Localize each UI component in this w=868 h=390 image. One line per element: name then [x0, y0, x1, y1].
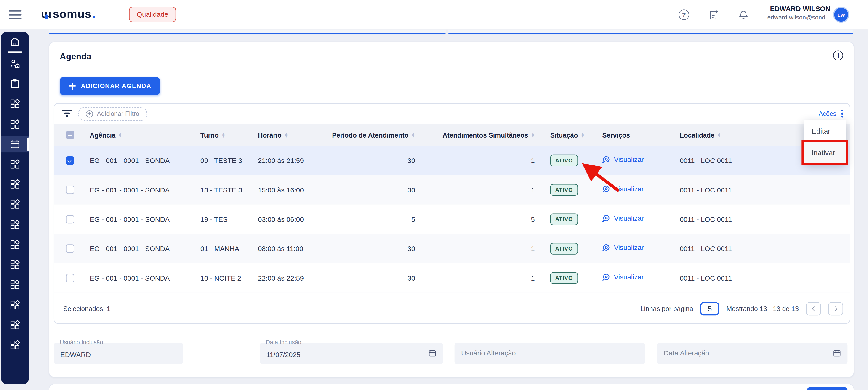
- column-header-turno[interactable]: Turno: [196, 131, 253, 139]
- calendar-icon[interactable]: [428, 349, 437, 358]
- actions-menu-trigger[interactable]: Ações: [818, 110, 843, 118]
- sidebar-item-modules[interactable]: [1, 196, 29, 213]
- data-alteracao-field[interactable]: Data Alteração: [657, 343, 847, 364]
- sidebar-item-modules[interactable]: [1, 236, 29, 253]
- sidebar-item-calendar-active[interactable]: [1, 136, 29, 152]
- sidebar-item-modules[interactable]: [1, 176, 29, 193]
- status-badge: ATIVO: [550, 155, 578, 166]
- cell-agencia: EG - 001 - 0001 - SONDA: [85, 245, 196, 252]
- next-page-button[interactable]: [828, 302, 843, 315]
- filter-row: Adicionar Filtro Ações: [54, 104, 850, 123]
- logo-text: somus: [53, 7, 92, 20]
- visualizar-link[interactable]: Visualizar: [596, 155, 644, 164]
- cell-simultaneos: 1: [420, 274, 539, 282]
- row-checkbox[interactable]: [66, 186, 74, 194]
- info-icon[interactable]: i: [833, 50, 843, 60]
- row-checkbox[interactable]: [66, 215, 74, 223]
- cell-turno: 01 - MANHA: [196, 245, 253, 252]
- column-header-periodo[interactable]: Período de Atendimento: [321, 131, 420, 139]
- sidebar-item-person-home[interactable]: [1, 55, 29, 72]
- modules-icon: [9, 118, 20, 130]
- sidebar-item-modules[interactable]: [1, 116, 29, 133]
- rows-per-page-label: Linhas por página: [640, 305, 693, 313]
- hamburger-menu-icon[interactable]: [9, 10, 22, 20]
- app-logo: ɯsomus.: [41, 7, 96, 20]
- sidebar-item-modules[interactable]: [1, 95, 29, 112]
- zoom-view-icon: [601, 243, 611, 252]
- modules-icon: [9, 319, 20, 330]
- sidebar-item-clipboard[interactable]: [1, 75, 29, 92]
- sidebar-item-modules[interactable]: [1, 297, 29, 313]
- adicionar-agenda-button[interactable]: ADICIONAR AGENDA: [60, 77, 160, 95]
- sidebar-item-modules[interactable]: [1, 336, 29, 353]
- sidebar-item-home[interactable]: [1, 33, 29, 50]
- plus-icon: [68, 82, 76, 89]
- sidebar-item-modules[interactable]: [1, 276, 29, 293]
- column-header-servicos: Serviços: [591, 131, 669, 139]
- usuario-inclusao-field[interactable]: Usuário Inclusão EDWARD: [54, 343, 183, 364]
- filter-icon[interactable]: [62, 110, 71, 118]
- zoom-view-icon: [601, 184, 611, 194]
- help-icon[interactable]: ?: [679, 9, 689, 20]
- modules-icon: [9, 159, 20, 170]
- user-block[interactable]: EDWARD WILSON edward.wilson@sond...: [767, 5, 830, 21]
- calendar-icon: [9, 139, 20, 150]
- visualizar-link[interactable]: Visualizar: [596, 243, 644, 252]
- note-add-icon[interactable]: [708, 9, 719, 20]
- sidebar-item-modules[interactable]: [1, 216, 29, 233]
- cell-agencia: EG - 001 - 0001 - SONDA: [85, 186, 196, 194]
- column-header-simultaneos[interactable]: Atendimentos Simultâneos: [420, 131, 539, 139]
- cell-horario: 08:00 às 11:00: [253, 245, 321, 252]
- rows-per-page-select[interactable]: 5: [701, 302, 719, 315]
- actions-label[interactable]: Ações: [818, 110, 836, 117]
- cell-horario: 22:00 às 22:59: [253, 274, 321, 282]
- add-filter-button[interactable]: Adicionar Filtro: [78, 107, 147, 121]
- avatar[interactable]: EW: [833, 7, 849, 23]
- app-viewport: ɯsomus. Qualidade ? EDWARD WILSON edward…: [0, 0, 868, 390]
- sidebar-item-modules[interactable]: [1, 316, 29, 333]
- partial-button[interactable]: [807, 388, 848, 390]
- row-checkbox[interactable]: [66, 156, 74, 165]
- collapsed-panel-left[interactable]: [49, 29, 446, 34]
- sort-icon: [581, 133, 585, 137]
- table-row[interactable]: EG - 001 - 0001 - SONDA 09 - TESTE 3 21:…: [54, 146, 850, 175]
- menu-item-inativar[interactable]: Inativar: [804, 142, 846, 163]
- visualizar-link[interactable]: Visualizar: [596, 184, 644, 194]
- table-row[interactable]: EG - 001 - 0001 - SONDA 10 - NOITE 2 22:…: [54, 263, 850, 293]
- usuario-alteracao-field[interactable]: Usuário Alteração: [455, 343, 645, 364]
- chevron-left-icon: [812, 306, 816, 311]
- menu-item-editar[interactable]: Editar: [804, 120, 846, 142]
- table-row[interactable]: EG - 001 - 0001 - SONDA 19 - TES 03:00 à…: [54, 204, 850, 234]
- collapsed-panel-right[interactable]: [448, 29, 853, 34]
- status-badge: ATIVO: [550, 184, 578, 196]
- sidebar-item-modules[interactable]: [1, 256, 29, 273]
- row-checkbox[interactable]: [66, 245, 74, 253]
- visualizar-link[interactable]: Visualizar: [596, 273, 644, 282]
- row-checkbox[interactable]: [66, 274, 74, 282]
- cell-simultaneos: 1: [420, 186, 539, 194]
- column-header-situacao[interactable]: Situação: [539, 131, 591, 139]
- environment-badge: Qualidade: [129, 7, 176, 22]
- cell-periodo: 30: [321, 245, 420, 252]
- calendar-icon[interactable]: [833, 349, 841, 358]
- column-header-agencia[interactable]: Agência: [85, 131, 196, 139]
- cell-horario: 21:00 às 21:59: [253, 157, 321, 164]
- data-inclusao-field[interactable]: Data Inclusão 11/07/2025: [259, 343, 443, 364]
- table-row[interactable]: EG - 001 - 0001 - SONDA 13 - TESTE 3 15:…: [54, 175, 850, 204]
- prev-page-button[interactable]: [806, 302, 821, 315]
- field-value: 11/07/2025: [266, 351, 300, 359]
- home-icon: [9, 36, 20, 47]
- select-all-checkbox[interactable]: [66, 131, 74, 139]
- cell-localidade: 0011 - LOC 0011: [669, 186, 850, 194]
- field-value: EDWARD: [60, 351, 91, 359]
- table-row[interactable]: EG - 001 - 0001 - SONDA 01 - MANHA 08:00…: [54, 234, 850, 263]
- bell-icon[interactable]: [738, 9, 749, 20]
- sidebar-item-modules[interactable]: [1, 156, 29, 173]
- sort-icon: [284, 133, 288, 137]
- visualizar-link[interactable]: Visualizar: [596, 214, 644, 223]
- cell-localidade: 0011 - LOC 0011: [669, 215, 850, 223]
- column-header-horario[interactable]: Horário: [253, 131, 321, 139]
- kebab-menu-icon[interactable]: [841, 110, 843, 118]
- cell-horario: 15:00 às 16:00: [253, 186, 321, 194]
- sort-icon: [118, 133, 122, 137]
